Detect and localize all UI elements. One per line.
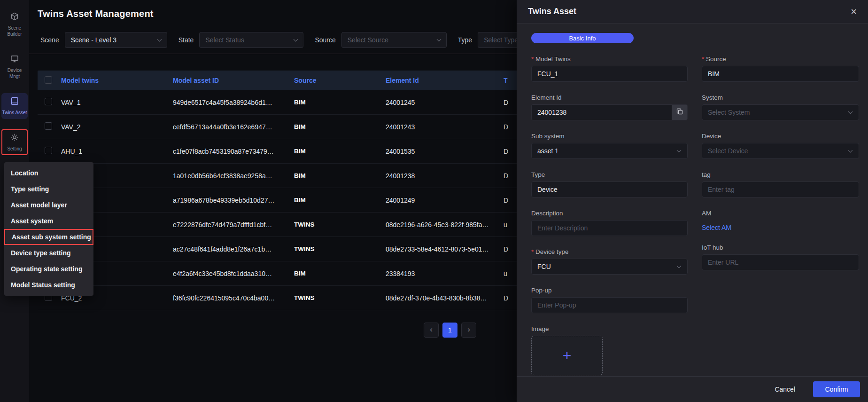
menu-item-location[interactable]: Location: [4, 165, 93, 181]
drawer-title: Twins Asset: [528, 7, 576, 16]
source-input[interactable]: [702, 66, 859, 82]
cell-element-id: 23384193: [386, 270, 504, 277]
iot-hub-label: IoT hub: [702, 244, 859, 252]
device-type-select[interactable]: FCU: [531, 259, 688, 275]
type-label: Type: [531, 171, 688, 179]
status-select[interactable]: Select Status: [199, 32, 303, 48]
menu-item-operating-state-setting[interactable]: Operating state setting: [4, 261, 93, 277]
sidebar-item-setting[interactable]: Setting: [1, 129, 28, 155]
scene-builder-icon: [10, 12, 19, 23]
pagination-next-button[interactable]: ›: [461, 323, 476, 338]
field-image: Image +: [531, 325, 688, 375]
cell-source: TWINS: [294, 221, 386, 228]
sidebar-item-twins-asset[interactable]: Twins Asset: [1, 93, 28, 119]
row-checkbox[interactable]: [45, 122, 52, 130]
scene-select[interactable]: Scene - Level 3: [65, 32, 167, 48]
copy-button[interactable]: [672, 104, 688, 120]
menu-item-asset-system[interactable]: Asset system: [4, 213, 93, 229]
menu-item-asset-model-layer[interactable]: Asset model layer: [4, 197, 93, 213]
scene-select-value: Scene - Level 3: [71, 36, 116, 44]
cell-model-twins: VAV_1: [61, 99, 173, 106]
cell-source: BIM: [294, 123, 386, 130]
element-id-input[interactable]: [531, 104, 672, 120]
field-sub-system: Sub system asset 1: [531, 133, 688, 159]
am-label: AM: [702, 210, 859, 217]
chevron-down-icon: [848, 148, 853, 153]
page-title: Twins Asset Management: [38, 8, 154, 19]
pagination-prev-button[interactable]: ‹: [424, 323, 439, 338]
cell-model-asset-id: 949de6517c4a45f5a38924b6d1…: [173, 99, 294, 106]
menu-item-asset-sub-system-setting[interactable]: Asset sub system setting: [4, 229, 93, 245]
filter-bar: Scene Scene - Level 3 State Select Statu…: [40, 32, 583, 48]
image-upload-button[interactable]: +: [531, 336, 603, 375]
column-header-source[interactable]: Source: [294, 77, 386, 84]
image-label: Image: [531, 325, 688, 333]
device-label: Device: [702, 133, 859, 140]
scene-filter-label: Scene: [40, 36, 59, 44]
chevron-down-icon: [848, 110, 853, 114]
type-input[interactable]: [531, 181, 688, 197]
sidebar-item-label: Twins Asset: [2, 110, 27, 116]
cell-model-twins: AHU_1: [61, 148, 173, 155]
cell-element-id: 08de27df-370e-4b43-830b-8b38…: [386, 294, 504, 302]
pagination-page-1-button[interactable]: 1: [442, 323, 457, 338]
cell-element-id: 24001249: [386, 197, 504, 204]
select-all-checkbox[interactable]: [45, 76, 52, 84]
cell-model-asset-id: ac27c48f641f4add8e1f26a7c1b…: [173, 245, 294, 253]
row-checkbox[interactable]: [45, 98, 52, 105]
column-header-element-id[interactable]: Element Id: [386, 77, 504, 84]
cell-element-id: 24001535: [386, 148, 504, 155]
status-select-placeholder: Select Status: [205, 36, 244, 44]
cell-element-id: 24001238: [386, 172, 504, 180]
select-am-link[interactable]: Select AM: [702, 224, 731, 231]
device-select[interactable]: Select Device: [702, 143, 859, 159]
sub-system-select-value: asset 1: [537, 147, 558, 155]
column-header-model-asset-id[interactable]: Model asset ID: [173, 77, 294, 84]
description-input[interactable]: [531, 220, 688, 236]
close-icon[interactable]: ×: [850, 7, 858, 17]
table-body: VAV_1949de6517c4a45f5a38924b6d1…BIM24001…: [38, 90, 522, 310]
setting-context-menu: LocationType settingAsset model layerAss…: [4, 162, 93, 296]
table-row: ac27c48f641f4add8e1f26a7c1b…TWINS08de273…: [38, 237, 522, 261]
table-header-row: Model twins Model asset ID Source Elemen…: [38, 71, 522, 90]
cell-element-id: 08de2196-a626-45e3-822f-985fa…: [386, 221, 504, 229]
type-filter-label: Type: [458, 36, 472, 44]
cell-element-id: 24001243: [386, 123, 504, 131]
column-header-model-twins[interactable]: Model twins: [61, 77, 173, 84]
tab-basic-info[interactable]: Basic Info: [531, 33, 634, 43]
table-row: VAV_2cefdf56713a44a0fb3e162e6947…BIM2400…: [38, 115, 522, 139]
chevron-down-icon: [294, 37, 298, 42]
twins-asset-drawer: Twins Asset × Basic Info Model Twins Ele…: [517, 0, 868, 402]
model-twins-input[interactable]: [531, 66, 688, 82]
menu-item-model-status-setting[interactable]: Model Status setting: [4, 277, 93, 293]
field-source: Source: [702, 55, 859, 82]
tag-input[interactable]: [702, 181, 859, 197]
sidebar-item-label: Setting: [7, 146, 22, 152]
table-row: FCU_2f36fc90fc226415095c470c4ba00…TWINS0…: [38, 286, 522, 310]
cell-source: BIM: [294, 148, 386, 155]
cell-element-id: 24001245: [386, 99, 504, 106]
source-select-placeholder: Select Source: [348, 36, 388, 44]
iot-hub-input[interactable]: [702, 254, 859, 270]
source-label: Source: [702, 55, 859, 63]
tag-label: tag: [702, 171, 859, 179]
field-popup: Pop-up: [531, 287, 688, 313]
sub-system-select[interactable]: asset 1: [531, 143, 688, 159]
cell-source: TWINS: [294, 294, 386, 301]
cell-model-asset-id: a71986a678be49339eb5d10d27…: [173, 197, 294, 204]
system-select-placeholder: Select System: [708, 109, 750, 116]
cancel-button[interactable]: Cancel: [769, 382, 801, 397]
sidebar-item-label: Scene Builder: [2, 25, 27, 37]
gear-icon: [10, 133, 19, 143]
system-select[interactable]: Select System: [702, 104, 859, 120]
row-checkbox[interactable]: [45, 147, 52, 154]
sidebar-item-device-mngt[interactable]: Device Mngt: [1, 51, 28, 83]
menu-item-type-setting[interactable]: Type setting: [4, 181, 93, 197]
source-select[interactable]: Select Source: [341, 32, 447, 48]
sidebar-item-scene-builder[interactable]: Scene Builder: [1, 8, 28, 40]
confirm-button[interactable]: Confirm: [813, 381, 860, 397]
popup-input[interactable]: [531, 297, 688, 313]
menu-item-device-type-setting[interactable]: Device type setting: [4, 245, 93, 261]
drawer-header: Twins Asset ×: [517, 0, 868, 24]
cell-model-asset-id: e7222876dfe74d479a7dfffd1cbf…: [173, 221, 294, 229]
